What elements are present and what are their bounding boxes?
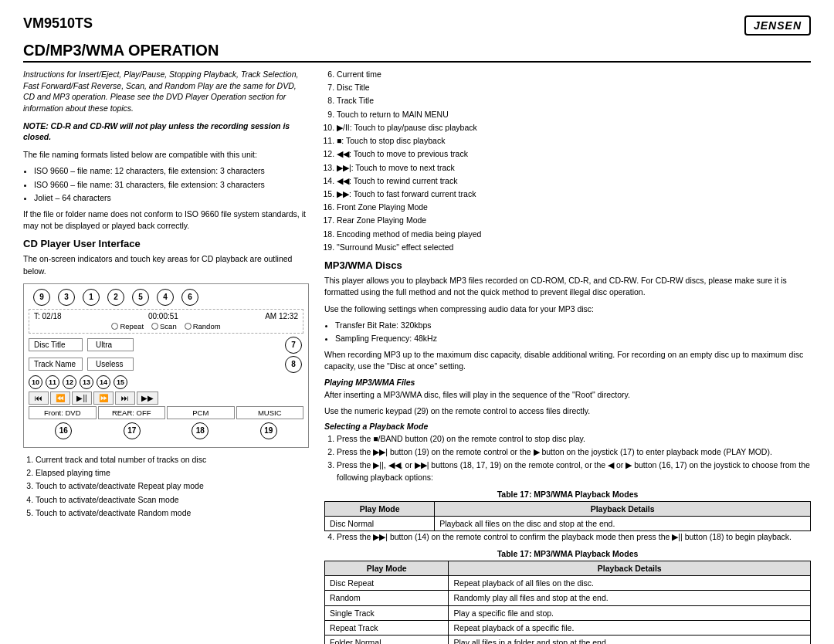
track-name-value: Useless — [87, 358, 134, 371]
cd-player-intro: The on-screen indicators and touch key a… — [23, 253, 309, 276]
zone-front: Front: DVD — [29, 406, 97, 419]
num-17: 17 — [124, 422, 141, 439]
num-16: 16 — [55, 422, 72, 439]
list-item: ▶▶: Touch to fast forward current track — [337, 188, 811, 200]
mp3-settings-list: Transfer Bit Rate: 320kbps Sampling Freq… — [335, 320, 811, 344]
play-btn[interactable]: ▶|| — [72, 391, 92, 405]
intro-text: Instructions for Insert/Eject, Play/Paus… — [23, 69, 309, 114]
ctrl-buttons-row: ⏮ ⏪ ▶|| ⏩ ⏭ ▶▶ — [29, 391, 303, 405]
cd-player-title: CD Player User Interface — [23, 238, 309, 249]
table-row: Disc Repeat Repeat playback of all files… — [325, 576, 811, 591]
table1-details-0: Playback all files on the disc and stop … — [435, 516, 811, 530]
list-item: Sampling Frequency: 48kHz — [335, 333, 811, 344]
list-item: Touch to activate/deactivate Scan mode — [36, 494, 309, 506]
table2-header-details: Playback Details — [449, 561, 811, 576]
step4-item: Press the ▶▶| button (14) on the remote … — [337, 531, 811, 543]
num-7: 7 — [285, 337, 302, 354]
mp3-settings-intro: Use the following settings when compress… — [324, 303, 811, 315]
scan-mode[interactable]: Scan — [151, 322, 177, 330]
table-row: Random Randomly play all files and stop … — [325, 591, 811, 605]
num-4: 4 — [157, 289, 174, 306]
num-9: 9 — [33, 289, 50, 306]
list-item: Front Zone Playing Mode — [337, 202, 811, 213]
table2-mode-4: Folder Normal — [325, 635, 449, 644]
list-item: Press the ■/BAND button (20) on the remo… — [337, 433, 811, 445]
list-item: ▶▶|: Touch to move to next track — [337, 162, 811, 174]
section-title: CD/MP3/WMA OPERATION — [23, 42, 811, 63]
random-radio — [185, 323, 192, 330]
right-numbered-list: Current time Disc Title Track Title Touc… — [337, 69, 811, 253]
scan-radio — [151, 323, 158, 330]
table2: Play Mode Playback Details Disc Repeat R… — [324, 561, 811, 644]
list-item: Current time — [337, 69, 811, 80]
zone-labels-row: Front: DVD REAR: OFF PCM MUSIC — [29, 406, 303, 419]
num-15: 15 — [114, 375, 127, 389]
repeat-mode[interactable]: Repeat — [111, 322, 144, 330]
selecting-playback-steps: Press the ■/BAND button (20) on the remo… — [337, 433, 811, 483]
table1-title: Table 17: MP3/WMA Playback Modes — [324, 490, 811, 499]
left-column: Instructions for Insert/Eject, Play/Paus… — [23, 69, 309, 644]
right-column: Current time Disc Title Track Title Touc… — [324, 69, 811, 644]
table-row: Folder Normal Play all files in a folder… — [325, 635, 811, 644]
cd-display-row2: Repeat Scan Random — [34, 322, 298, 330]
fwd-btn[interactable]: ⏩ — [93, 391, 114, 405]
ffwd-btn[interactable]: ▶▶ — [137, 391, 158, 405]
list-item: Elapsed playing time — [36, 467, 309, 479]
table2-mode-2: Single Track — [325, 605, 449, 620]
next-btn[interactable]: ⏭ — [115, 391, 135, 405]
file-naming-intro: The file naming formats listed below are… — [23, 149, 309, 161]
table2-title: Table 17: MP3/WMA Playback Modes — [324, 549, 811, 558]
zone-rear: REAR: OFF — [98, 406, 166, 419]
cd-display: T: 02/18 00:00:51 AM 12:32 Repeat Scan R… — [29, 309, 303, 334]
list-item: Transfer Bit Rate: 320kbps — [335, 320, 811, 331]
playing-files-note: Use the numeric keypad (29) on the remot… — [324, 405, 811, 417]
playing-files-title: Playing MP3/WMA Files — [324, 378, 811, 387]
list-item: Touch to return to MAIN MENU — [337, 109, 811, 120]
num-6: 6 — [181, 289, 198, 306]
list-item: Encoding method of media being played — [337, 229, 811, 240]
table2-details-4: Play all files in a folder and stop at t… — [449, 635, 811, 644]
bottom-number-row: 16 17 18 19 — [29, 422, 303, 439]
disc-title-row: Disc Title Ultra 7 — [29, 337, 303, 354]
num-10: 10 — [29, 375, 42, 389]
num-2: 2 — [107, 289, 124, 306]
playing-files-text: After inserting a MP3/WMA disc, files wi… — [324, 389, 811, 401]
step4-list: Press the ▶▶| button (14) on the remote … — [337, 531, 811, 543]
list-item: ■: Touch to stop disc playback — [337, 135, 811, 147]
table1-mode-0: Disc Normal — [325, 516, 435, 530]
mp3-wma-intro: This player allows you to playback MP3 f… — [324, 275, 811, 298]
mp3-wma-title: MP3/WMA Discs — [324, 259, 811, 271]
rew-btn[interactable]: ⏪ — [50, 391, 70, 405]
cd-display-row1: T: 02/18 00:00:51 AM 12:32 — [34, 312, 298, 320]
list-item: ◀◀: Touch to move to previous track — [337, 148, 811, 160]
table2-details-1: Randomly play all files and stop at the … — [449, 591, 811, 605]
time-display: 00:00:51 — [148, 312, 178, 320]
list-item: Rear Zone Playing Mode — [337, 215, 811, 226]
table2-details-3: Repeat playback of a specific file. — [449, 620, 811, 635]
disc-title-label: Disc Title — [29, 338, 83, 351]
page-header: VM9510TS JENSEN — [23, 15, 811, 36]
list-item: Track Title — [337, 95, 811, 107]
random-mode[interactable]: Random — [185, 322, 221, 330]
list-item: ISO 9660 – file name: 31 characters, fil… — [34, 179, 309, 191]
table1-header-details: Playback Details — [435, 501, 811, 516]
num-13: 13 — [80, 375, 93, 389]
file-naming-note: If the file or folder name does not conf… — [23, 208, 309, 232]
num-19: 19 — [260, 422, 277, 439]
top-number-row: 9 3 1 2 5 4 6 — [29, 289, 303, 306]
main-content: Instructions for Insert/Eject, Play/Paus… — [23, 69, 811, 644]
num-8: 8 — [285, 356, 302, 373]
table2-header-mode: Play Mode — [325, 561, 449, 576]
table1: Play Mode Playback Details Disc Normal P… — [324, 501, 811, 531]
cd-legend-list: Current track and total number of tracks… — [36, 454, 309, 519]
note-text: NOTE: CD-R and CD-RW will not play unles… — [23, 120, 309, 143]
num-14: 14 — [97, 375, 110, 389]
mp3-recording-note: When recording MP3 up to the maximum dis… — [324, 349, 811, 372]
ctrl-circles-row: 10 11 12 13 14 15 — [29, 375, 303, 389]
num-12: 12 — [63, 375, 76, 389]
disc-title-value: Ultra — [87, 338, 134, 351]
track-name-row: Track Name Useless 8 — [29, 356, 303, 373]
list-item: ISO 9660 – file name: 12 characters, fil… — [34, 165, 309, 177]
prev-btn[interactable]: ⏮ — [29, 391, 49, 405]
list-item: Touch to activate/deactivate Random mode — [36, 507, 309, 519]
